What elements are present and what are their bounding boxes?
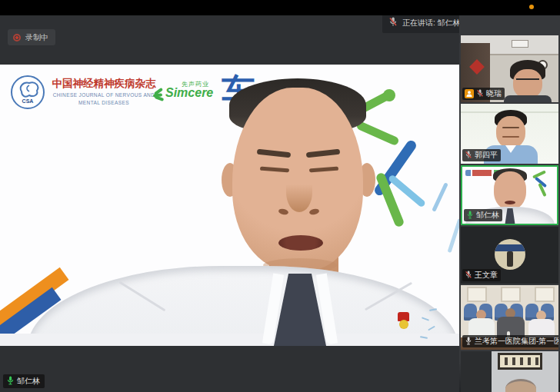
participant-name: 王文章: [475, 270, 498, 281]
participant-tile-1[interactable]: 晓瑞: [461, 35, 558, 102]
status-dot-icon: [529, 5, 534, 9]
main-speaker-name: 邹仁林: [17, 376, 40, 387]
recording-badge[interactable]: 录制中: [8, 29, 55, 45]
participant-tile-5[interactable]: 兰考第一医院集团-第一医院: [461, 285, 558, 350]
eyeglasses: [516, 78, 539, 84]
recording-label: 录制中: [25, 32, 48, 43]
screen: 录制中 CSA 中国神经精神疾病杂志 CHINESE JOURNAL OF NE…: [0, 0, 560, 392]
journal-title-en-2: MENTAL DISEASES: [51, 100, 157, 106]
simcere-en: Simcere: [165, 86, 213, 100]
mic-muted-icon: [465, 271, 472, 281]
mic-muted-icon: [388, 16, 398, 30]
speaker-mouth: [278, 235, 323, 251]
csa-text: CSA: [12, 98, 43, 104]
participant-name-label: 王文章: [462, 269, 501, 281]
mic-on-icon: [465, 337, 472, 347]
mini-backdrop-art: [531, 171, 551, 198]
ceiling-vent: [512, 40, 528, 48]
participant-tile-3-active-speaker[interactable]: 邹仁林: [461, 165, 558, 225]
simcere-hand-icon: [152, 89, 165, 100]
top-black-strip: [0, 0, 560, 15]
participant-name-label: 晓瑞: [462, 88, 505, 100]
record-icon: [13, 34, 21, 42]
mic-on-icon: [466, 211, 474, 221]
participant-name-label: 兰考第一医院集团-第一医院: [462, 335, 558, 347]
journal-wordmark: 中国神经精神疾病杂志 CHINESE JOURNAL OF NERVOUS AN…: [51, 77, 157, 106]
simcere-logo: 先声药业 Simcere: [152, 80, 222, 106]
main-speaker-video[interactable]: CSA 中国神经精神疾病杂志 CHINESE JOURNAL OF NERVOU…: [0, 65, 459, 346]
wall-calligraphy-frame: [498, 353, 542, 370]
mic-muted-icon: [465, 151, 472, 161]
member-badge-icon: [465, 89, 474, 98]
csa-journal-logo: CSA: [11, 75, 45, 109]
avatar: [495, 239, 525, 270]
main-speaker-name-label: 邹仁林: [3, 374, 45, 388]
mic-muted-icon: [476, 89, 484, 99]
participant-tile-6[interactable]: [461, 351, 558, 392]
participant-name-label: 郭四平: [462, 149, 501, 161]
main-stage: 录制中 CSA 中国神经精神疾病杂志 CHINESE JOURNAL OF NE…: [0, 15, 459, 392]
meeting-window: 录制中 CSA 中国神经精神疾病杂志 CHINESE JOURNAL OF NE…: [0, 15, 560, 392]
journal-title-cn: 中国神经精神疾病杂志: [51, 77, 157, 91]
participant-name-label: 邹仁林: [464, 209, 502, 221]
participants-sidebar: 晓瑞: [459, 15, 560, 392]
mic-on-icon: [6, 376, 15, 387]
participant-name: 兰考第一医院集团-第一医院: [475, 336, 558, 347]
participant-name: 晓瑞: [486, 88, 502, 99]
speaking-banner: 正在讲话: 邹仁林;: [382, 15, 459, 33]
participant-tile-4[interactable]: 王文章: [461, 227, 558, 284]
speaking-banner-text: 正在讲话: 邹仁林;: [402, 18, 459, 28]
journal-title-en-1: CHINESE JOURNAL OF NERVOUS AND: [51, 92, 157, 98]
participant-name: 邹仁林: [476, 210, 499, 221]
participant-tile-2[interactable]: 郭四平: [461, 104, 558, 164]
participant-name: 郭四平: [475, 150, 498, 161]
